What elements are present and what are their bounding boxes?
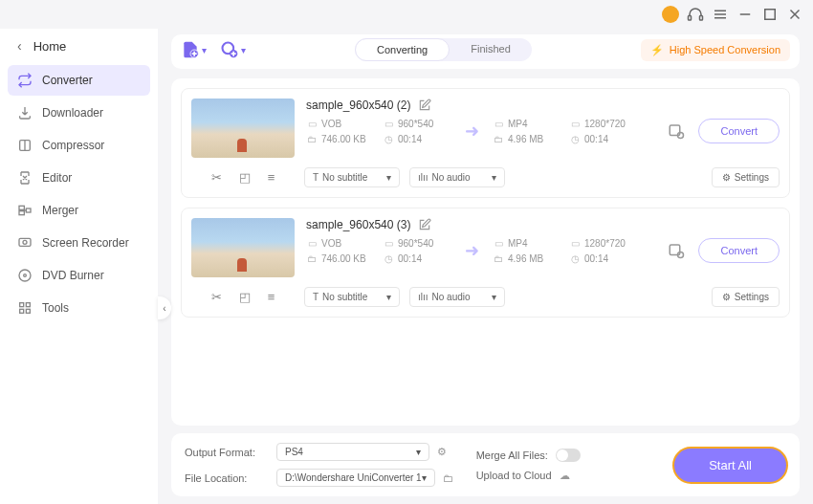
src-duration: 00:14	[398, 253, 422, 264]
output-format-select[interactable]: PS4 ▾	[276, 443, 429, 461]
more-icon[interactable]: ≡	[268, 290, 275, 304]
chevron-down-icon: ▾	[492, 172, 496, 183]
settings-label: Settings	[735, 292, 769, 302]
more-icon[interactable]: ≡	[268, 170, 275, 185]
add-file-button[interactable]: ▾	[181, 40, 207, 59]
convert-button[interactable]: Convert	[698, 238, 780, 263]
converter-icon	[17, 73, 33, 88]
add-url-button[interactable]: ▾	[220, 40, 246, 59]
cloud-icon[interactable]: ☁	[560, 470, 570, 482]
subtitle-select[interactable]: TNo subtitle ▾	[304, 287, 400, 307]
output-settings-icon[interactable]	[668, 122, 685, 140]
sidebar-label: Downloader	[42, 106, 103, 120]
high-speed-button[interactable]: ⚡ High Speed Conversion	[641, 39, 790, 61]
merge-label: Merge All Files:	[476, 449, 548, 461]
chevron-down-icon: ▾	[241, 45, 246, 55]
video-thumbnail[interactable]	[191, 218, 295, 277]
add-url-icon	[220, 40, 239, 59]
sidebar-item-converter[interactable]: Converter	[8, 65, 150, 96]
output-format-value: PS4	[285, 447, 303, 457]
titlebar	[0, 0, 813, 29]
open-folder-icon[interactable]: 🗀	[443, 472, 453, 484]
src-duration: 00:14	[398, 134, 422, 144]
minimize-icon[interactable]	[736, 6, 754, 23]
svg-point-17	[19, 270, 31, 281]
start-all-button[interactable]: Start All	[674, 449, 786, 482]
format-icon: ▭	[306, 237, 318, 249]
trim-icon[interactable]: ✂	[211, 290, 222, 304]
subtitle-value: No subtitle	[322, 172, 367, 183]
file-location-select[interactable]: D:\Wondershare UniConverter 1 ▾	[276, 469, 435, 487]
home-label: Home	[33, 39, 67, 54]
format-icon: ▭	[493, 237, 504, 249]
svg-rect-13	[26, 208, 31, 212]
tab-finished[interactable]: Finished	[450, 38, 532, 61]
crop-icon[interactable]: ◰	[239, 290, 251, 304]
chevron-left-icon: ‹	[17, 38, 22, 54]
video-thumbnail[interactable]	[191, 99, 295, 158]
tab-converting[interactable]: Converting	[355, 38, 450, 61]
content: ▾ ▾ Converting Finished ⚡ High Speed Con…	[171, 29, 813, 504]
download-icon	[17, 105, 33, 121]
audio-select[interactable]: ılııNo audio ▾	[409, 167, 505, 187]
sidebar: ‹ Home Converter Downloader Compressor E…	[0, 29, 158, 504]
resolution-icon: ▭	[383, 118, 394, 129]
dst-format: MP4	[508, 119, 528, 129]
user-avatar[interactable]	[662, 6, 679, 23]
back-home[interactable]: ‹ Home	[8, 33, 150, 59]
folder-icon: 🗀	[306, 133, 318, 144]
menu-icon[interactable]	[712, 6, 729, 23]
sidebar-item-screen-recorder[interactable]: Screen Recorder	[8, 228, 150, 258]
sidebar-item-dvd-burner[interactable]: DVD Burner	[8, 260, 150, 291]
file-card: sample_960x540 (3) ▭VOB 🗀746.00 KB ▭960*…	[181, 208, 790, 318]
svg-rect-11	[19, 206, 24, 209]
file-list: sample_960x540 (2) ▭VOB 🗀746.00 KB ▭960*…	[171, 78, 800, 426]
merge-toggle[interactable]	[556, 449, 581, 462]
audio-select[interactable]: ılııNo audio ▾	[409, 287, 505, 307]
edit-title-icon[interactable]	[418, 218, 431, 231]
close-icon[interactable]	[786, 6, 803, 23]
output-settings-icon[interactable]	[668, 242, 685, 259]
sidebar-item-merger[interactable]: Merger	[8, 195, 150, 226]
item-settings-button[interactable]: ⚙ Settings	[712, 287, 780, 307]
arrow-right-icon: ➜	[459, 240, 485, 261]
convert-button[interactable]: Convert	[698, 119, 780, 143]
sidebar-item-editor[interactable]: Editor	[8, 163, 150, 193]
sidebar-item-downloader[interactable]: Downloader	[8, 98, 150, 128]
crop-icon[interactable]: ◰	[239, 170, 251, 185]
subtitle-select[interactable]: TNo subtitle ▾	[304, 167, 400, 187]
sidebar-item-tools[interactable]: Tools	[8, 293, 150, 323]
sidebar-label: Converter	[42, 74, 93, 87]
svg-rect-6	[765, 10, 776, 20]
file-card: sample_960x540 (2) ▭VOB 🗀746.00 KB ▭960*…	[181, 88, 790, 198]
audio-value: No audio	[432, 172, 471, 183]
chevron-down-icon: ▾	[422, 472, 427, 483]
svg-rect-0	[689, 16, 692, 21]
dvd-icon	[17, 268, 33, 283]
compressor-icon	[17, 138, 33, 153]
collapse-chevron-icon[interactable]: ‹	[158, 296, 171, 319]
sidebar-item-compressor[interactable]: Compressor	[8, 130, 150, 161]
output-settings-gear-icon[interactable]: ⚙	[437, 446, 447, 458]
file-location-label: File Location:	[185, 472, 269, 484]
src-format: VOB	[321, 238, 341, 249]
src-format: VOB	[321, 119, 341, 129]
footer-bar: Output Format: PS4 ▾ ⚙ File Location: D:…	[171, 433, 800, 496]
trim-icon[interactable]: ✂	[211, 170, 222, 185]
headset-icon[interactable]	[687, 6, 704, 23]
maximize-icon[interactable]	[761, 6, 779, 23]
recorder-icon	[17, 235, 33, 251]
clock-icon: ◷	[569, 252, 581, 264]
subtitle-value: No subtitle	[322, 292, 367, 302]
clock-icon: ◷	[383, 252, 394, 264]
format-icon: ▭	[493, 118, 504, 129]
svg-rect-20	[26, 303, 30, 307]
sidebar-label: DVD Burner	[42, 269, 104, 282]
sidebar-label: Compressor	[42, 139, 104, 152]
item-settings-button[interactable]: ⚙ Settings	[712, 167, 780, 187]
edit-title-icon[interactable]	[418, 99, 431, 112]
audio-value: No audio	[432, 292, 471, 302]
chevron-down-icon: ▾	[386, 292, 391, 302]
svg-rect-22	[26, 309, 30, 313]
folder-icon: 🗀	[493, 133, 504, 144]
